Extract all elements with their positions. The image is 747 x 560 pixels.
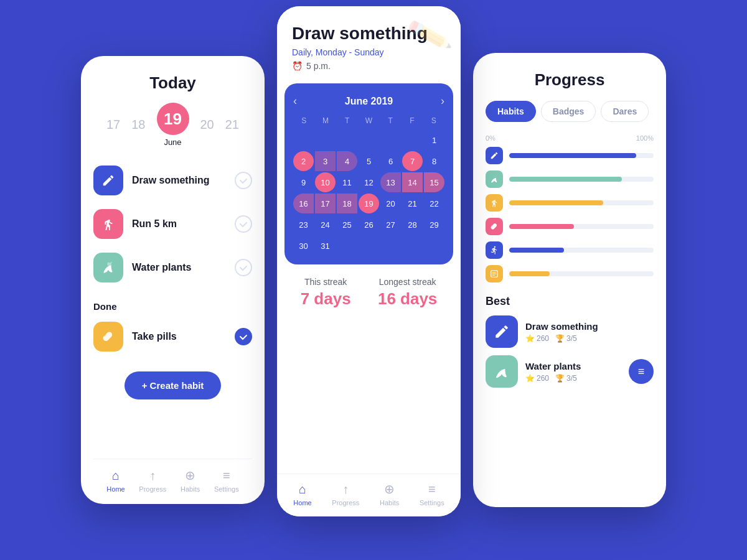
cal-cell (315, 130, 336, 150)
create-habit-button[interactable]: + Create habit (125, 371, 222, 399)
best-info-water: Water plants ⭐ 260 🏆 3/5 (525, 361, 621, 383)
cal-day-23[interactable]: 23 (293, 215, 314, 235)
progress-tabs: Habits Badges Dares (486, 101, 654, 122)
today-month: June (164, 138, 181, 147)
habit-pills[interactable]: Take pills (93, 318, 252, 355)
cal-day-19[interactable]: 19 (359, 194, 379, 213)
cal-days-header: S M T W T F S (293, 116, 444, 125)
progress-icon-center: ↑ (342, 482, 349, 497)
cal-next-button[interactable]: › (441, 95, 444, 108)
settings-icon-left: ≡ (223, 469, 230, 483)
cal-cell (380, 130, 401, 150)
progress-title: Progress (486, 70, 654, 90)
home-icon-center: ⌂ (299, 482, 306, 497)
longest-streak-label: Longest streak (378, 277, 437, 287)
check-pills[interactable] (235, 328, 252, 345)
cal-day-27[interactable]: 27 (380, 215, 401, 235)
habit-icon-water (93, 253, 123, 282)
date-18: 18 (131, 118, 145, 132)
nav-home-label-left: Home (106, 485, 125, 493)
cal-day-4[interactable]: 4 (337, 151, 357, 171)
cal-day-11[interactable]: 11 (337, 172, 357, 192)
cal-day-28[interactable]: 28 (402, 215, 423, 235)
prog-icon-2 (486, 194, 503, 212)
nav-progress-label-left: Progress (139, 485, 166, 493)
check-water[interactable] (235, 259, 252, 276)
cal-day-9[interactable]: 9 (293, 172, 314, 192)
cal-day-30[interactable]: 30 (293, 236, 314, 256)
cal-day-29[interactable]: 29 (424, 215, 444, 235)
cal-day-3[interactable]: 3 (315, 151, 336, 171)
cal-day-1[interactable]: 1 (424, 130, 444, 150)
habit-draw[interactable]: Draw something (93, 162, 252, 199)
best-icon-water (486, 355, 518, 388)
cal-cell (359, 130, 379, 150)
nav-progress-label-center: Progress (332, 499, 359, 506)
cal-day-5[interactable]: 5 (359, 151, 379, 171)
habit-run[interactable]: Run 5 km (93, 205, 252, 243)
nav-settings-center[interactable]: ≡ Settings (420, 482, 444, 506)
nav-habits-left[interactable]: ⊕ Habits (181, 468, 200, 493)
nav-settings-left[interactable]: ≡ Settings (214, 469, 239, 493)
date-21: 21 (225, 118, 239, 132)
check-draw[interactable] (235, 172, 252, 189)
cal-day-20[interactable]: 20 (380, 194, 401, 213)
cal-day-8[interactable]: 8 (424, 151, 444, 171)
tab-badges[interactable]: Badges (541, 101, 596, 122)
star-stat-water: ⭐ 260 (525, 374, 549, 383)
nav-home-center[interactable]: ⌂ Home (293, 482, 311, 506)
prog-icon-4 (486, 241, 503, 259)
cal-cell (293, 130, 314, 150)
cal-day-12[interactable]: 12 (359, 172, 379, 192)
prog-track-3 (509, 224, 654, 229)
cal-day-15[interactable]: 15 (424, 172, 444, 192)
habit-icon-draw (93, 166, 123, 195)
nav-habits-center[interactable]: ⊕ Habits (380, 482, 399, 506)
check-run[interactable] (235, 215, 252, 233)
nav-progress-left[interactable]: ↑ Progress (139, 469, 166, 493)
cal-day-24[interactable]: 24 (315, 215, 336, 235)
date-strip: 17 18 19 June 20 21 (93, 103, 252, 147)
cal-day-22[interactable]: 22 (424, 194, 444, 213)
cal-day-25[interactable]: 25 (337, 215, 357, 235)
prog-row-5 (486, 265, 654, 282)
nav-habits-label-left: Habits (181, 485, 200, 493)
tab-dares[interactable]: Dares (601, 101, 649, 122)
cal-day-14[interactable]: 14 (402, 172, 423, 192)
cal-day-21[interactable]: 21 (402, 194, 423, 213)
cal-day-26[interactable]: 26 (359, 215, 379, 235)
cal-day-6[interactable]: 6 (380, 151, 401, 171)
cal-day-17[interactable]: 17 (315, 194, 336, 213)
habit-name-run: Run 5 km (132, 218, 226, 230)
cal-day-10[interactable]: 10 (315, 172, 336, 192)
habit-icon-run (93, 209, 123, 239)
cal-day-7[interactable]: 7 (402, 151, 423, 171)
cal-cell (402, 130, 423, 150)
nav-progress-center[interactable]: ↑ Progress (332, 482, 359, 506)
this-streak: This streak 7 days (301, 277, 351, 309)
cal-day-13[interactable]: 13 (380, 172, 401, 192)
prog-track-0 (509, 153, 654, 158)
prog-row-0 (486, 147, 654, 164)
star-icon-water: ⭐ (525, 374, 535, 383)
calendar: ‹ June 2019 › S M T W T F S 1 2 3 4 5 (284, 83, 453, 264)
star-icon-draw: ⭐ (525, 334, 535, 343)
prog-fill-1 (509, 177, 622, 182)
home-icon-left: ⌂ (112, 469, 120, 483)
cal-prev-button[interactable]: ‹ (293, 95, 297, 108)
habit-water[interactable]: Water plants (93, 249, 252, 286)
cal-day-2[interactable]: 2 (293, 151, 314, 171)
cal-day-18[interactable]: 18 (337, 194, 357, 213)
pct-start: 0% (486, 134, 496, 142)
cal-cell (337, 130, 357, 150)
prog-track-5 (509, 271, 654, 276)
center-bottom-nav: ⌂ Home ↑ Progress ⊕ Habits ≡ Settings (277, 474, 461, 516)
menu-fab-button[interactable]: ≡ (629, 359, 654, 384)
progress-icon-left: ↑ (149, 469, 156, 483)
nav-home-left[interactable]: ⌂ Home (106, 469, 125, 493)
cal-day-16[interactable]: 16 (293, 194, 314, 213)
tab-habits[interactable]: Habits (486, 101, 536, 122)
cal-day-31[interactable]: 31 (315, 236, 336, 256)
cal-grid: 1 2 3 4 5 6 7 8 9 10 11 12 13 14 15 16 1… (293, 130, 444, 256)
prog-fill-4 (509, 248, 564, 253)
